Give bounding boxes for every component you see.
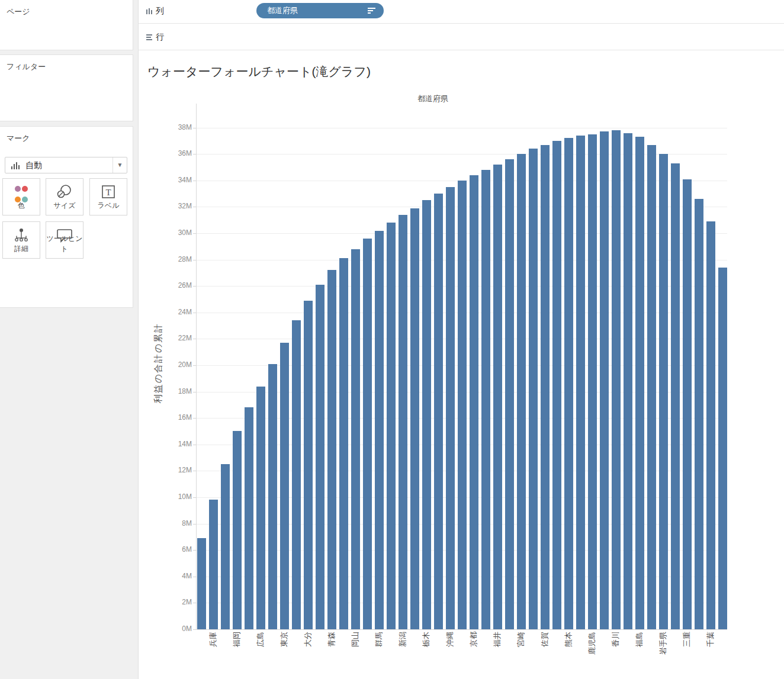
bar[interactable]: [695, 199, 703, 629]
rows-icon: [146, 34, 153, 41]
y-tick-label: 32M: [156, 202, 192, 210]
bar[interactable]: [256, 387, 265, 629]
bar[interactable]: [564, 138, 573, 629]
bar[interactable]: [481, 170, 490, 629]
filters-shelf-label: フィルター: [7, 62, 46, 72]
bar[interactable]: [233, 431, 242, 629]
bar[interactable]: [327, 270, 336, 629]
bar[interactable]: [304, 301, 313, 629]
svg-text:T: T: [105, 188, 111, 197]
detail-button[interactable]: 詳細: [2, 221, 40, 259]
text-label-icon: T: [90, 184, 127, 201]
tableau-workspace: ページ フィルター マーク 自動 ▼ 色: [0, 0, 784, 679]
columns-icon: [146, 8, 153, 15]
x-tick-label: 香川: [611, 632, 620, 668]
x-tick-label: 沖縄: [445, 632, 454, 668]
columns-shelf[interactable]: 列 都道府県: [139, 0, 784, 24]
bar[interactable]: [434, 194, 443, 629]
bar[interactable]: [552, 141, 561, 629]
bar[interactable]: [718, 268, 727, 629]
bar[interactable]: [588, 134, 597, 629]
x-tick-label: 福島: [634, 632, 644, 668]
bar[interactable]: [635, 137, 644, 629]
bar[interactable]: [659, 154, 668, 629]
x-tick-label: 兵庫: [208, 632, 217, 668]
mark-type-dropdown[interactable]: 自動 ▼: [5, 157, 127, 173]
x-tick-label: 京都: [468, 632, 478, 668]
pages-shelf[interactable]: ページ: [0, 0, 133, 50]
plot-area[interactable]: 0M2M4M6M8M10M12M14M16M18M20M22M24M26M28M…: [139, 50, 784, 679]
color-button[interactable]: 色: [2, 178, 40, 215]
bar[interactable]: [458, 181, 467, 629]
rows-shelf[interactable]: 行 合計(利益) △: [139, 24, 784, 50]
chart-sheet: ウォーターフォールチャート(滝グラフ) 都道府県 0M2M4M6M8M10M12…: [138, 50, 784, 679]
bar[interactable]: [647, 145, 656, 629]
chevron-down-icon[interactable]: ▼: [113, 157, 127, 173]
y-tick-label: 26M: [156, 281, 192, 289]
y-tick-label: 34M: [156, 176, 192, 184]
bar[interactable]: [339, 258, 348, 629]
left-panel: ページ フィルター マーク 自動 ▼ 色: [0, 0, 138, 679]
bar[interactable]: [493, 165, 502, 629]
x-tick-label: 宮崎: [516, 632, 525, 668]
y-tick-label: 10M: [156, 493, 192, 501]
bar[interactable]: [529, 149, 538, 629]
bar[interactable]: [245, 407, 253, 629]
bar[interactable]: [268, 364, 277, 629]
y-tick-label: 4M: [156, 572, 192, 580]
x-tick-label: 群馬: [374, 632, 383, 668]
bar[interactable]: [576, 136, 585, 629]
bar[interactable]: [280, 343, 289, 629]
bar[interactable]: [706, 221, 715, 629]
x-tick-label: 広島: [255, 632, 265, 668]
y-tick-label: 6M: [156, 545, 192, 554]
bar[interactable]: [683, 179, 692, 629]
bar[interactable]: [387, 223, 396, 629]
color-dot: [22, 186, 28, 192]
bar[interactable]: [612, 130, 621, 629]
bar[interactable]: [470, 175, 478, 629]
tooltip-button[interactable]: ツールヒント: [46, 221, 83, 259]
bar[interactable]: [197, 538, 206, 629]
y-tick-label: 38M: [156, 123, 192, 131]
y-axis-title: 利益の合計の累計: [153, 313, 163, 413]
bar[interactable]: [375, 231, 384, 629]
bar[interactable]: [624, 133, 632, 629]
bar[interactable]: [363, 239, 372, 629]
bar[interactable]: [399, 215, 407, 629]
size-icon: [46, 184, 83, 201]
x-tick-label: 福岡: [232, 632, 241, 668]
bar[interactable]: [446, 187, 455, 629]
pages-shelf-label: ページ: [7, 7, 30, 17]
bar[interactable]: [410, 208, 419, 629]
bar[interactable]: [422, 200, 431, 629]
bar[interactable]: [600, 131, 609, 629]
bar[interactable]: [517, 154, 526, 629]
sort-descending-icon[interactable]: [368, 3, 375, 18]
mark-type-value: 自動: [25, 160, 42, 171]
y-tick-label: 8M: [156, 519, 192, 527]
marks-card: マーク 自動 ▼ 色: [0, 126, 133, 308]
bar[interactable]: [221, 464, 230, 629]
x-tick-label: 栃木: [421, 632, 430, 668]
bar[interactable]: [541, 145, 550, 629]
x-tick-label: 岩手県: [658, 632, 667, 668]
x-tick-label: 大分: [303, 632, 312, 668]
x-tick-label: 新潟: [397, 632, 407, 668]
bar[interactable]: [505, 159, 514, 629]
x-tick-label: 鹿児島: [587, 632, 596, 668]
size-button[interactable]: サイズ: [46, 178, 83, 215]
pill-prefecture[interactable]: 都道府県: [256, 3, 384, 18]
bar[interactable]: [351, 249, 360, 629]
label-button[interactable]: T ラベル: [89, 178, 127, 215]
bar[interactable]: [671, 163, 680, 629]
bar[interactable]: [209, 500, 218, 629]
filters-shelf[interactable]: フィルター: [0, 54, 133, 121]
bar[interactable]: [292, 320, 301, 629]
rows-shelf-label: 行: [156, 32, 164, 43]
bar[interactable]: [316, 285, 324, 629]
label-button-label: ラベル: [90, 201, 127, 211]
y-tick-label: 0M: [156, 625, 192, 633]
color-icon: [3, 184, 40, 201]
x-tick-label: 青森: [326, 632, 336, 668]
